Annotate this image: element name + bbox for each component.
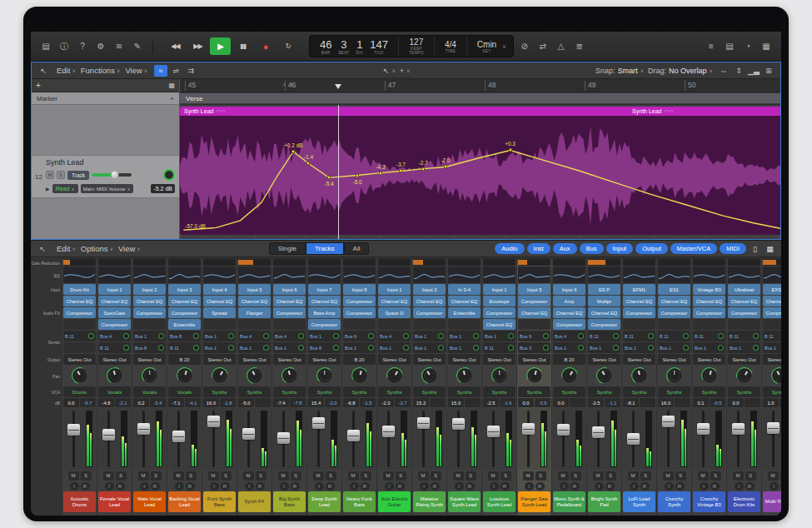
marker-track-header[interactable]: Marker + — [32, 92, 179, 105]
audio-fx-slot[interactable]: Compressor — [483, 307, 516, 318]
volume-slider[interactable] — [92, 173, 132, 177]
eq-display[interactable] — [343, 266, 376, 283]
eq-display[interactable] — [133, 266, 166, 283]
left-click-tool-menu[interactable]: ↖ ∨ — [383, 67, 396, 75]
send-slot[interactable]: Bus 4 — [273, 331, 306, 341]
eq-display[interactable] — [483, 266, 516, 283]
audio-fx-slot[interactable]: Channel EQ — [728, 296, 760, 306]
audio-fx-slot[interactable]: Flanger — [238, 307, 271, 318]
fader[interactable] — [343, 408, 376, 470]
send-slot[interactable]: Bus 1 — [413, 342, 446, 353]
track-name[interactable]: Heavy Funk Bass — [343, 491, 376, 512]
fader-cap[interactable] — [207, 416, 220, 427]
fader-cap[interactable] — [312, 417, 325, 429]
solo-button[interactable]: S — [116, 471, 127, 481]
send-knob[interactable] — [543, 345, 549, 351]
fader-cap[interactable] — [242, 428, 255, 440]
mute-button[interactable]: M — [593, 471, 604, 481]
output-slot[interactable]: B 20 — [168, 354, 201, 365]
input-monitor-button[interactable]: I — [245, 482, 254, 491]
automation-mode-button[interactable]: Read ∨ — [52, 184, 78, 193]
arrange-canvas[interactable]: Synth Lead ◠◠ Synth Lead ◠◠ -57.0 dB+0.2… — [180, 105, 780, 239]
audio-fx-slot[interactable]: Channel EQ — [763, 296, 781, 306]
solo-button[interactable]: S — [186, 471, 197, 481]
audio-fx-slot[interactable]: Channel EQ — [133, 296, 166, 306]
send-knob[interactable] — [228, 333, 234, 339]
list-editors-icon[interactable]: ≡ — [703, 38, 720, 55]
flex-icon[interactable]: ⇌ — [169, 65, 182, 77]
fader-cap[interactable] — [732, 423, 745, 435]
mute-button[interactable]: M — [663, 471, 674, 481]
input-monitor-button[interactable]: I — [210, 482, 219, 491]
send-knob[interactable] — [753, 345, 759, 351]
audio-fx-slot[interactable]: Channel EQ — [203, 296, 236, 306]
filter-output[interactable]: Output — [635, 243, 668, 254]
input-slot[interactable]: ES1 — [658, 284, 690, 295]
fader[interactable] — [518, 408, 550, 470]
solo-button[interactable]: S — [710, 471, 721, 481]
output-slot[interactable]: B 20 — [553, 354, 585, 365]
filter-audio[interactable]: Audio — [495, 243, 524, 254]
send-knob[interactable] — [123, 345, 129, 351]
track-name[interactable]: Multi-Timbral — [763, 491, 781, 512]
lcd-display[interactable]: 46BAR 3BEAT 1DIV 147TICK 127KEEPTEMPO 4/… — [309, 35, 514, 57]
audio-fx-slot[interactable]: Space D — [378, 307, 411, 318]
fader-cap[interactable] — [172, 431, 185, 442]
menu-edit[interactable]: Edit∨ — [54, 66, 78, 75]
record-enable-button[interactable]: R — [151, 482, 160, 491]
fader[interactable] — [273, 408, 306, 470]
menu-view[interactable]: View∨ — [116, 244, 143, 253]
send-slot[interactable]: B 11 — [658, 331, 690, 341]
mute-button[interactable]: M — [348, 471, 359, 481]
region-waveform-area[interactable]: -57.0 dB+0.2 dB-1.4-5.4-5.0-4.3-3.7-2.7-… — [180, 116, 780, 235]
filter-mastervca[interactable]: Master/VCA — [670, 243, 717, 254]
automation-node[interactable] — [356, 174, 359, 177]
send-slot[interactable]: Bus 1 — [623, 342, 655, 353]
mute-button[interactable]: M — [313, 471, 324, 481]
input-slot[interactable]: Input 1 — [483, 284, 516, 295]
input-monitor-button[interactable]: I — [665, 482, 674, 491]
solo-button[interactable]: S — [361, 471, 371, 481]
mute-button[interactable]: M — [383, 471, 394, 481]
empty-fx-slot[interactable] — [448, 319, 481, 330]
track-name[interactable]: Crunchy Vintage B3 — [693, 491, 725, 512]
channel-strip[interactable]: Input 8CompressorCompressorBus 9Bus 1B 2… — [342, 259, 376, 516]
audio-fx-slot[interactable]: Compressor — [308, 319, 341, 330]
pan-knob[interactable] — [246, 366, 264, 385]
record-enable-button[interactable]: R — [466, 482, 475, 491]
send-slot[interactable]: Bus 4 — [238, 331, 271, 341]
input-monitor-button[interactable]: I — [175, 482, 184, 491]
audio-fx-slot[interactable]: Channel EQ — [518, 307, 550, 318]
track-name[interactable]: Square Wave Synth Lead — [448, 491, 481, 512]
vca-slot[interactable]: Synths — [728, 386, 760, 397]
zoom-horizontal-icon[interactable]: ⇔ — [717, 65, 730, 77]
mute-button[interactable]: M — [628, 471, 639, 481]
channel-strip[interactable]: Input 5CompressorChannel EQBus 9Bus 3Ste… — [517, 259, 551, 516]
audio-fx-slot[interactable]: Channel EQ — [273, 296, 306, 306]
eq-display[interactable] — [238, 266, 271, 283]
mute-button[interactable]: M — [208, 471, 219, 481]
audio-fx-slot[interactable]: Channel EQ — [63, 296, 96, 306]
send-slot[interactable]: Bus 1 — [203, 342, 236, 353]
drag-menu[interactable]: Drag: No Overlap ∨ — [648, 67, 713, 75]
send-slot[interactable]: Bus 4 — [378, 331, 411, 341]
record-enable-button[interactable]: R — [361, 482, 370, 491]
fader-cap[interactable] — [347, 430, 360, 441]
vca-slot[interactable]: Synths — [448, 386, 481, 397]
vca-slot[interactable]: Vocals — [168, 386, 201, 397]
channel-strip[interactable]: Input 7Channel EQBass AmpCompressorBus 1… — [307, 259, 341, 516]
audio-fx-slot[interactable]: Amp — [553, 296, 585, 306]
audio-fx-slot[interactable]: Channel EQ — [378, 296, 411, 306]
send-slot[interactable]: B 11 — [693, 331, 725, 341]
input-slot[interactable]: Vintage B3 — [693, 284, 725, 295]
audio-fx-slot[interactable]: Spread — [203, 307, 236, 318]
mute-button[interactable]: M — [243, 471, 254, 481]
input-monitor-button[interactable]: I — [315, 482, 324, 491]
menu-options[interactable]: Options∨ — [78, 244, 116, 253]
send-slot[interactable]: B 11 — [623, 331, 655, 341]
mute-button[interactable]: M — [173, 471, 184, 481]
send-slot[interactable]: Bus 1 — [448, 331, 481, 341]
audio-fx-slot[interactable]: Channel EQ — [658, 296, 690, 306]
fader[interactable] — [588, 408, 620, 470]
fader-cap[interactable] — [697, 423, 710, 435]
